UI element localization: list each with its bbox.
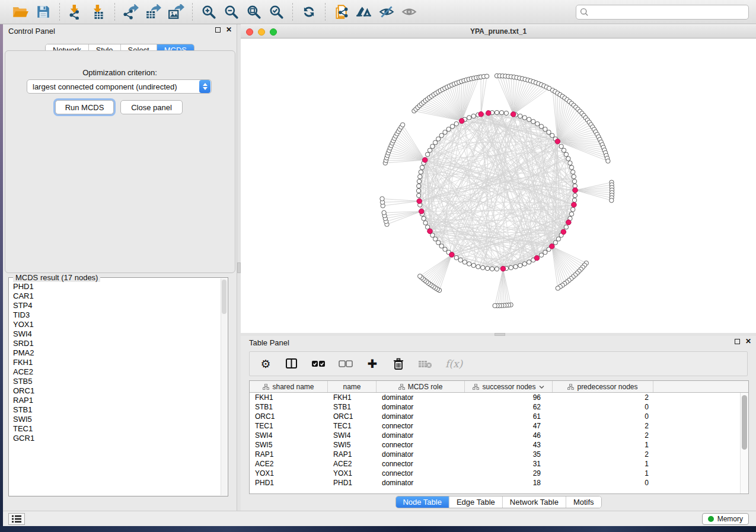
zoom-in-button[interactable] <box>200 3 218 21</box>
graph-node[interactable] <box>471 263 476 267</box>
graph-node[interactable] <box>450 124 454 129</box>
graph-node[interactable] <box>428 148 432 152</box>
graph-node[interactable] <box>564 225 568 229</box>
mcds-result-item[interactable]: FKH1 <box>13 358 221 367</box>
table-row[interactable]: SWI4SWI4dominator462 <box>250 431 740 440</box>
task-history-button[interactable] <box>8 513 25 525</box>
memory-button[interactable]: Memory <box>702 513 749 525</box>
graph-node[interactable] <box>481 265 485 270</box>
mcds-result-item[interactable]: STB5 <box>13 377 221 386</box>
table-scrollbar[interactable] <box>740 393 748 493</box>
graph-hub-node[interactable] <box>561 229 566 235</box>
graph-node[interactable] <box>458 258 462 262</box>
show-columns-button[interactable] <box>285 356 298 371</box>
graph-node[interactable] <box>539 253 543 257</box>
graph-node[interactable] <box>606 159 610 163</box>
graph-node[interactable] <box>423 221 428 225</box>
graph-node[interactable] <box>566 156 570 161</box>
mcds-result-item[interactable]: GCR1 <box>13 434 221 443</box>
graph-node[interactable] <box>417 193 421 197</box>
search-input[interactable] <box>576 5 749 20</box>
graph-node[interactable] <box>527 260 531 264</box>
graph-node[interactable] <box>550 133 554 137</box>
graph-hub-node[interactable] <box>419 209 424 214</box>
mcds-result-item[interactable]: TEC1 <box>13 424 221 434</box>
graph-node[interactable] <box>531 119 535 123</box>
graph-node[interactable] <box>556 237 560 241</box>
close-panel-icon[interactable]: ✕ <box>226 27 232 33</box>
graph-node[interactable] <box>443 247 447 251</box>
graph-node[interactable] <box>572 175 576 179</box>
graph-node[interactable] <box>543 250 547 254</box>
graph-hub-node[interactable] <box>500 266 506 271</box>
zoom-out-button[interactable] <box>222 3 240 21</box>
mcds-result-item[interactable]: ORC1 <box>13 386 221 396</box>
zoom-fit-button[interactable] <box>245 3 263 21</box>
mcds-result-item[interactable]: SWI5 <box>13 415 221 424</box>
column-header-shared-name[interactable]: shared name <box>250 381 328 392</box>
graph-node[interactable] <box>504 111 508 115</box>
graph-node[interactable] <box>490 267 494 271</box>
graph-hub-node[interactable] <box>572 202 577 207</box>
mcds-result-item[interactable]: PMA2 <box>13 348 221 358</box>
graph-node[interactable] <box>573 193 577 197</box>
graph-hub-node[interactable] <box>511 112 516 117</box>
graph-node[interactable] <box>433 140 437 145</box>
run-mcds-button[interactable]: Run MCDS <box>55 100 114 114</box>
column-header-predecessor-nodes[interactable]: predecessor nodes <box>553 381 653 392</box>
table-row[interactable]: FKH1FKH1dominator962 <box>250 393 740 402</box>
float-panel-icon[interactable] <box>735 339 740 344</box>
graph-node[interactable] <box>543 127 547 131</box>
refresh-layout-button[interactable] <box>300 3 318 21</box>
mcds-result-list[interactable]: PHD1CAR1STP4TID3YOX1SWI4SRD1PMA2FKH1ACE2… <box>9 278 221 495</box>
import-network-button[interactable] <box>67 3 85 21</box>
graph-node[interactable] <box>462 260 467 264</box>
tab-network-table[interactable]: Network Table <box>503 496 566 508</box>
add-column-button[interactable]: ✚ <box>366 356 379 371</box>
graph-node[interactable] <box>471 114 476 118</box>
graph-hub-node[interactable] <box>573 188 578 193</box>
show-all-button[interactable] <box>400 3 418 21</box>
graph-hub-node[interactable] <box>428 229 433 234</box>
graph-node[interactable] <box>443 130 447 134</box>
hide-selected-button[interactable] <box>378 3 395 21</box>
graph-node[interactable] <box>420 165 424 169</box>
graph-node[interactable] <box>416 188 420 193</box>
graph-node[interactable] <box>547 130 551 134</box>
import-table-button[interactable] <box>90 3 107 21</box>
graph-node[interactable] <box>467 262 471 266</box>
graph-node[interactable] <box>539 124 543 129</box>
graph-hub-node[interactable] <box>550 244 555 249</box>
graph-node[interactable] <box>430 144 435 148</box>
mcds-result-item[interactable]: TID3 <box>13 310 221 320</box>
column-header-MCDS-role[interactable]: MCDS role <box>377 381 465 392</box>
delete-columns-button[interactable] <box>392 356 405 371</box>
table-settings-button[interactable]: ⚙ <box>259 356 272 371</box>
mcds-result-item[interactable]: SWI4 <box>13 329 221 339</box>
graph-node[interactable] <box>380 197 384 201</box>
export-image-button[interactable] <box>167 3 185 21</box>
graph-node[interactable] <box>446 127 451 131</box>
graph-node[interactable] <box>493 303 497 307</box>
graph-node[interactable] <box>569 165 573 169</box>
table-row[interactable]: YOX1YOX1connector291 <box>250 469 740 478</box>
graph-hub-node[interactable] <box>555 139 560 145</box>
graph-node[interactable] <box>569 212 573 216</box>
graph-node[interactable] <box>522 262 527 266</box>
mcds-result-item[interactable]: RAP1 <box>13 396 221 405</box>
graph-node[interactable] <box>400 123 404 127</box>
graph-node[interactable] <box>610 198 614 203</box>
graph-hub-node[interactable] <box>486 111 491 116</box>
graph-node[interactable] <box>439 133 444 137</box>
table-row[interactable]: ORC1ORC1dominator610 <box>250 412 740 421</box>
graph-node[interactable] <box>454 121 458 126</box>
tab-node-table[interactable]: Node Table <box>395 496 449 508</box>
mcds-result-item[interactable]: YOX1 <box>13 320 221 329</box>
graph-node[interactable] <box>564 152 568 156</box>
network-graph-canvas[interactable] <box>241 39 756 333</box>
graph-node[interactable] <box>572 198 576 202</box>
open-session-button[interactable] <box>12 3 30 21</box>
tab-motifs[interactable]: Motifs <box>566 496 601 508</box>
graph-node[interactable] <box>418 175 422 179</box>
optimization-criterion-dropdown[interactable]: largest connected component (undirected) <box>27 79 212 94</box>
